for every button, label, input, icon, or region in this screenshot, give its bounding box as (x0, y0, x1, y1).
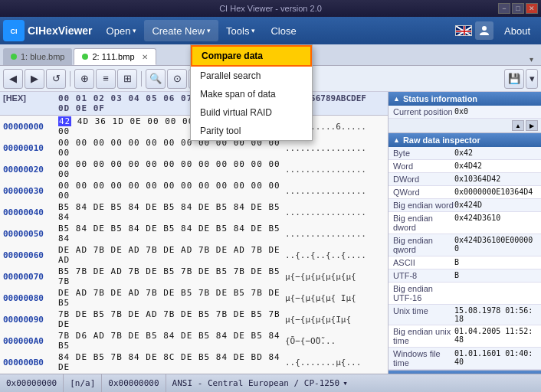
panel-row-value: 0x10364D42 (454, 175, 500, 184)
panel-row: Big endian UTF-16 (389, 283, 541, 305)
window-title: CI Hex Viewer - version 2.0 (219, 4, 322, 13)
panel-section: ▲Raw data inspectorByte0x42Word0x4D42DWo… (389, 133, 541, 371)
hex-row-ascii: ..{..{..{..{.... (285, 250, 385, 260)
panel-row-value: 0x424D36100E000000 (454, 236, 536, 254)
panel-row: Big endian qword0x424D36100E000000 (389, 234, 541, 256)
panel-row-label: Windows file time (393, 349, 454, 368)
forward-button[interactable]: ▶ (25, 69, 44, 89)
hex-row[interactable]: 00000070B5 7B DE AD 7B DE B5 7B DE B5 7B… (0, 266, 388, 287)
tabs-scroll-arrow[interactable]: ▾ (525, 54, 538, 65)
hex-row[interactable]: 0000002000 00 00 00 00 00 00 00 00 00 00… (0, 158, 388, 180)
hex-row[interactable]: 000000A07B D6 AD 7B DE B5 84 DE B5 84 DE… (0, 330, 388, 351)
encoding-dropdown-arrow[interactable]: ▾ (343, 378, 348, 388)
panel-row: QWord0x0000000E10364D4 (389, 186, 541, 199)
panel-section: ▲Status informationCurrent position0x0▲▶ (389, 92, 541, 133)
close-button[interactable]: ✕ (526, 3, 538, 14)
panel-row: Byte0x42 (389, 147, 541, 160)
minimize-button[interactable]: − (498, 3, 510, 14)
section-arrow-icon: ▲ (393, 136, 400, 144)
hex-row-ascii: μ{−{μ{μ{μ{Ιμ{ (285, 315, 385, 325)
panel-row-value: 15.08.1978 01:56:18 (454, 306, 536, 323)
menu-create-new-label: Create New (152, 25, 205, 37)
hex-row-addr: 000000B0 (3, 358, 58, 368)
hex-row-bytes: 00 00 00 00 00 00 00 00 00 00 00 00 00 0… (58, 181, 285, 201)
panel-row: DWord0x10364D42 (389, 173, 541, 186)
panel-row: Current position0x0 (389, 106, 541, 119)
hex-row-addr: 00000090 (3, 315, 58, 325)
tab-1[interactable]: 1: blue.bmp (3, 48, 72, 65)
panel-row-label: Big endian unix time (393, 327, 454, 345)
scroll-down-arrow[interactable]: ▶ (526, 120, 538, 131)
status-encoding[interactable]: ANSI - Central European / CP-1250 ▾ (166, 374, 541, 392)
hex-row-addr: 00000060 (3, 250, 58, 260)
hex-row[interactable]: 00000050B5 84 DE B5 84 DE B5 84 DE B5 84… (0, 223, 388, 244)
panel-row-label: Byte (393, 149, 454, 158)
refresh-button[interactable]: ↺ (46, 69, 66, 89)
hex-row-addr: 00000050 (3, 229, 58, 239)
hex-row[interactable]: 00000060DE AD 7B DE AD 7B DE AD 7B DE AD… (0, 244, 388, 266)
hex-row[interactable]: 000000907B DE B5 7B DE AD 7B DE B5 7B DE… (0, 309, 388, 330)
panel-row-label: Big endian qword (393, 236, 454, 254)
hex-header-addr: [HEX] (3, 93, 58, 113)
hex-rows[interactable]: 0000000042 4D 36 1D 0E 00 00 00 00 00 36… (0, 116, 388, 374)
save-button[interactable]: 💾 (504, 69, 524, 89)
panel-section-header[interactable]: ▲Raw data inspector (389, 133, 541, 147)
hex-row[interactable]: 000000C0B5 8C DE 84 DE B5 84 DE 84 BD 84… (0, 373, 388, 374)
circle-button[interactable]: ⊙ (167, 69, 187, 89)
hex-row-bytes: 7B DE B5 7B DE AD 7B DE B5 7B DE B5 7B D… (58, 309, 285, 329)
menu-close[interactable]: Close (263, 20, 303, 41)
panel-row-label: Big endian word (393, 201, 454, 210)
user-icon[interactable] (475, 21, 493, 40)
panel-row-label: Current position (393, 107, 454, 116)
status-selection: [n/a] (64, 374, 102, 392)
menu-create-new-arrow: ▾ (207, 27, 211, 34)
hex-row[interactable]: 00000040B5 84 DE B5 84 DE B5 84 DE B5 84… (0, 201, 388, 223)
panel-row-label: Word (393, 162, 454, 171)
panel-row-label: ASCII (393, 258, 454, 267)
panel-row: Unix time15.08.1978 01:56:18 (389, 305, 541, 325)
bookmark-button[interactable]: ⊕ (74, 69, 94, 89)
hex-row-addr: 00000070 (3, 272, 58, 282)
hex-row[interactable]: 0000003000 00 00 00 00 00 00 00 00 00 00… (0, 180, 388, 201)
hex-row[interactable]: 000000B084 DE B5 7B 84 DE 8C DE B5 84 DE… (0, 351, 388, 373)
hex-row[interactable]: 00000080DE AD 7B DE AD 7B DE B5 7B DE B5… (0, 287, 388, 309)
scroll-up-arrow[interactable]: ▲ (512, 120, 524, 131)
hex-row-addr: 00000000 (3, 122, 58, 132)
hex-row-bytes: B5 84 DE B5 84 DE B5 84 DE B5 84 DE B5 8… (58, 202, 285, 222)
hex-row-bytes: B5 84 DE B5 84 DE B5 84 DE B5 84 DE B5 8… (58, 224, 285, 243)
hex-row-ascii: ................ (285, 229, 385, 239)
section-title: Raw data inspector (403, 136, 480, 145)
panel-row-value: 0x42 (454, 149, 473, 158)
status-offset: 0x00000000 (102, 374, 166, 392)
grid-button[interactable]: ⊞ (117, 69, 137, 89)
search-button[interactable]: 🔍 (146, 69, 166, 89)
save-dropdown[interactable]: ▾ (526, 69, 538, 89)
dropdown-item-parallel[interactable]: Parallel search (191, 67, 312, 85)
menu-close-label: Close (270, 25, 296, 37)
menu-open[interactable]: Open ▾ (99, 20, 145, 41)
panel-row: Windows file time01.01.1601 01:40:40 (389, 348, 541, 370)
back-button[interactable]: ◀ (3, 69, 23, 89)
status-bar: 0x00000000 [n/a] 0x00000000 ANSI - Centr… (0, 374, 541, 392)
dropdown-item-parity[interactable]: Parity tool (191, 122, 312, 140)
title-bar: CI Hex Viewer - version 2.0 − □ ✕ (0, 0, 541, 17)
menu-tools[interactable]: Tools ▾ (218, 20, 263, 41)
panel-section-header[interactable]: ▲Status information (389, 92, 541, 106)
hex-row-ascii: μ{−{μ{μ{μ{ Ιμ{ (285, 293, 385, 303)
panel-row-label: Big endian dword (393, 214, 454, 232)
dropdown-item-raid[interactable]: Build virtual RAID (191, 103, 312, 122)
dropdown-item-compare[interactable]: Compare data (191, 45, 312, 67)
maximize-button[interactable]: □ (512, 3, 524, 14)
panel-section-header[interactable]: ▲Data source properties (389, 371, 541, 374)
hex-row-ascii: ..{.......μ{... (285, 358, 385, 368)
tab-2-close[interactable]: ✕ (142, 53, 148, 61)
tab-2[interactable]: 2: 111.bmp ✕ (74, 48, 156, 65)
hex-row-bytes: 84 DE B5 7B 84 DE 8C DE B5 84 DE BD 84 D… (58, 352, 285, 372)
hex-row-ascii: {Ō−{−Ο̃Ο̃... (285, 336, 385, 346)
tab-1-label: 1: blue.bmp (21, 52, 64, 61)
tab-2-dot (82, 54, 88, 60)
menu-create-new[interactable]: Create New ▾ (144, 20, 218, 41)
about-menu[interactable]: About (497, 22, 538, 40)
dropdown-item-span[interactable]: Make span of data (191, 85, 312, 103)
list-button[interactable]: ≡ (96, 69, 116, 89)
